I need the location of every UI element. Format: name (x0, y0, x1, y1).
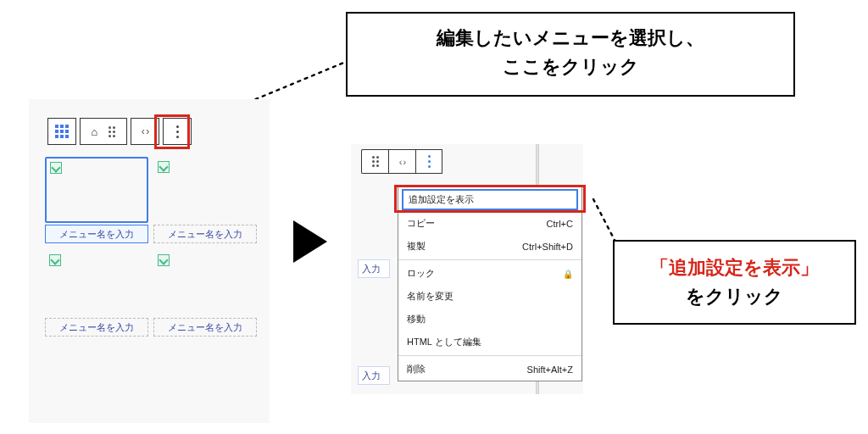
caption-input-stub[interactable]: 入力 (358, 366, 390, 385)
menu-item-move[interactable]: 移動 (398, 308, 581, 331)
menu-item-lock[interactable]: ロック (398, 262, 581, 285)
menu-separator (398, 259, 581, 260)
grid-icon (55, 125, 69, 138)
menu-item-label: ロック (407, 267, 435, 280)
menu-item-label: HTML として編集 (407, 336, 481, 348)
lock-icon (563, 269, 573, 279)
editor-panel-before: ⌂ ‹ › メニュー名を入力 メニュー名を入力 メニュー名を入力 メニュー名を入… (29, 99, 270, 423)
menu-thumb (45, 157, 148, 223)
menu-separator (398, 355, 581, 356)
block-toolbar-compact: ‹ › (361, 149, 442, 174)
move-buttons[interactable]: ‹ › (388, 149, 415, 174)
menu-item-label: 複製 (407, 240, 426, 253)
options-dropdown: 追加設定を表示 コピー Ctrl+C 複製 Ctrl+Shift+D ロック 名… (398, 186, 582, 381)
menu-item-label: コピー (407, 217, 435, 230)
menu-caption-input[interactable]: メニュー名を入力 (45, 225, 148, 243)
menu-item-shortcut: Ctrl+Shift+D (522, 242, 573, 252)
caption-input-stub[interactable]: 入力 (358, 259, 390, 278)
sequence-arrow-icon (293, 220, 327, 263)
broken-image-icon (49, 254, 61, 266)
chevrons-icon: ‹ › (142, 125, 148, 137)
move-buttons[interactable]: ‹ › (131, 118, 159, 145)
menu-thumb (45, 250, 148, 316)
more-options-button[interactable] (163, 118, 192, 145)
broken-image-icon (158, 254, 170, 266)
menu-card[interactable]: メニュー名を入力 (153, 250, 257, 337)
menu-caption-input[interactable]: メニュー名を入力 (45, 318, 148, 337)
block-type-button[interactable] (47, 118, 76, 145)
broken-image-icon (50, 162, 62, 174)
editor-panel-after: ‹ › 入力 入力 追加設定を表示 コピー Ctrl+C 複製 Ctrl+Shi… (351, 144, 583, 394)
menu-item-shortcut: Ctrl+C (547, 219, 573, 229)
menu-caption-input[interactable]: メニュー名を入力 (153, 318, 257, 337)
menu-item-rename[interactable]: 名前を変更 (398, 285, 581, 308)
callout-select-menu: 編集したいメニューを選択し、 ここをクリック (346, 12, 795, 97)
kebab-icon (428, 155, 431, 168)
menu-item-delete[interactable]: 削除 Shift+Alt+Z (398, 358, 581, 381)
menu-item-label: 追加設定を表示 (409, 193, 474, 206)
menu-card[interactable]: メニュー名を入力 (45, 157, 148, 243)
callout-additional-settings: 「追加設定を表示」 をクリック (613, 240, 856, 325)
menu-item-duplicate[interactable]: 複製 Ctrl+Shift+D (398, 235, 581, 258)
parent-block-button[interactable]: ⌂ (80, 118, 127, 145)
drag-handle-icon (372, 156, 379, 167)
menu-card[interactable]: メニュー名を入力 (153, 157, 257, 243)
menu-item-shortcut: Shift+Alt+Z (527, 364, 573, 375)
broken-image-icon (158, 161, 170, 173)
callout-line: ここをクリック (371, 53, 770, 81)
menu-card[interactable]: メニュー名を入力 (45, 250, 148, 337)
menu-item-edit-html[interactable]: HTML として編集 (398, 331, 581, 353)
menu-item-label: 削除 (407, 363, 426, 376)
menu-cards-grid: メニュー名を入力 メニュー名を入力 メニュー名を入力 メニュー名を入力 (45, 157, 257, 337)
menu-item-additional-settings[interactable]: 追加設定を表示 (402, 189, 578, 210)
kebab-icon (176, 125, 179, 138)
drag-handle-icon (108, 126, 115, 137)
menu-item-label: 移動 (407, 313, 426, 326)
chevrons-icon: ‹ › (399, 157, 405, 167)
menu-caption-input[interactable]: メニュー名を入力 (153, 225, 257, 243)
more-options-button[interactable] (415, 149, 442, 174)
callout-line: 編集したいメニューを選択し、 (371, 24, 770, 53)
callout-line: 「追加設定を表示」 (638, 253, 831, 282)
drag-handle-button[interactable] (361, 149, 388, 174)
block-toolbar: ⌂ ‹ › (47, 118, 195, 145)
menu-item-label: 名前を変更 (407, 290, 453, 303)
callout-line: をクリック (638, 282, 831, 311)
menu-item-copy[interactable]: コピー Ctrl+C (398, 212, 581, 235)
menu-thumb (153, 157, 257, 223)
home-icon: ⌂ (92, 125, 98, 138)
menu-thumb (153, 250, 257, 316)
